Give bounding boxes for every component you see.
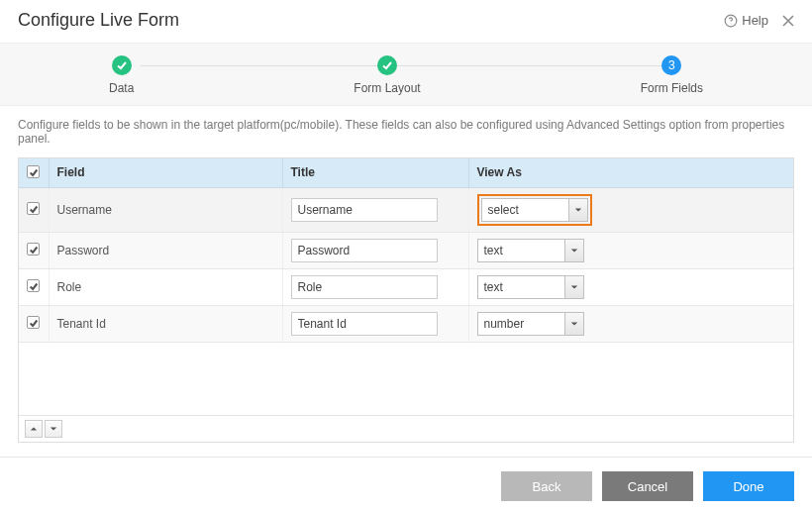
view-as-select[interactable]: number [477,312,584,336]
field-name-cell: Role [49,268,282,305]
svg-point-1 [731,23,732,24]
row-checkbox[interactable] [27,279,40,292]
select-dropdown-button[interactable] [564,275,584,299]
table-row[interactable]: Tenant Idnumber [19,305,793,342]
row-checkbox[interactable] [27,316,40,329]
move-down-button[interactable] [45,420,62,438]
step-label: Data [109,81,134,95]
header-title: Title [282,158,468,187]
title-input[interactable] [291,312,438,336]
chevron-down-icon [574,206,582,214]
view-as-select[interactable]: text [477,239,584,262]
back-button[interactable]: Back [501,471,592,501]
step-data[interactable]: Data [109,55,134,95]
table-row[interactable]: Usernameselect [19,187,793,232]
header-view-as: View As [468,158,793,187]
table-row[interactable]: Roletext [19,268,793,305]
move-up-button[interactable] [25,420,43,438]
cancel-button[interactable]: Cancel [602,471,693,501]
step-form-fields[interactable]: 3Form Fields [641,55,703,95]
chevron-down-icon [570,283,578,291]
title-input[interactable] [291,275,438,299]
close-icon [782,15,794,27]
dialog-title: Configure Live Form [18,10,179,31]
field-name-cell: Tenant Id [49,305,282,342]
header-checkbox-cell [19,158,49,187]
chevron-down-icon [570,320,578,328]
help-icon [724,14,738,28]
help-link[interactable]: Help [724,13,768,28]
chevron-up-icon [30,425,38,433]
chevron-down-icon [570,247,578,255]
step-form-layout[interactable]: Form Layout [354,55,420,95]
fields-table: Field Title View As UsernameselectPasswo… [18,157,794,443]
step-label: Form Layout [354,81,420,95]
title-input[interactable] [291,198,438,222]
stepper: DataForm Layout3Form Fields [0,43,812,106]
step-label: Form Fields [641,81,703,95]
check-icon [377,55,397,75]
field-name-cell: Username [49,187,282,232]
field-name-cell: Password [49,232,282,268]
table-row[interactable]: Passwordtext [19,232,793,268]
row-checkbox[interactable] [27,202,40,215]
header-field: Field [49,158,282,187]
check-icon [112,55,132,75]
view-as-select[interactable]: text [477,275,584,299]
instruction-text: Configure fields to be shown in the targ… [0,106,812,157]
select-dropdown-button[interactable] [568,198,588,222]
done-button[interactable]: Done [703,471,794,501]
select-value: text [477,275,564,299]
view-as-select[interactable]: select [481,198,588,222]
step-number-icon: 3 [661,55,681,75]
highlight-annotation: select [477,194,592,226]
select-value: text [477,239,564,262]
dialog-footer: Back Cancel Done [0,457,812,511]
select-value: select [481,198,568,222]
chevron-down-icon [50,425,57,433]
close-button[interactable] [782,12,794,30]
select-dropdown-button[interactable] [564,239,584,262]
row-checkbox[interactable] [27,243,40,256]
select-dropdown-button[interactable] [564,312,584,336]
title-input[interactable] [291,239,438,262]
select-all-checkbox[interactable] [27,165,40,178]
select-value: number [477,312,564,336]
reorder-controls [19,415,793,442]
dialog-header: Configure Live Form Help [0,0,812,43]
